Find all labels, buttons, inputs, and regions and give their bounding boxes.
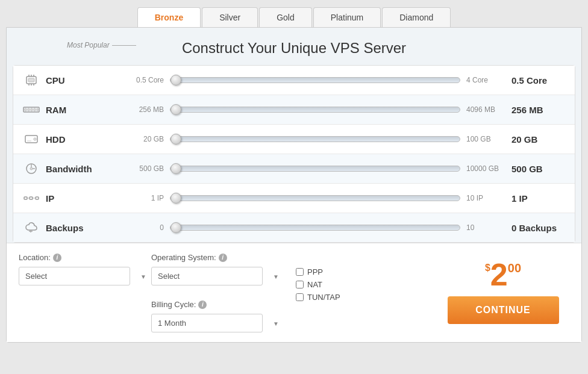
- bandwidth-slider-wrapper: [170, 163, 460, 175]
- backups-slider[interactable]: [170, 225, 460, 231]
- most-popular-label: Most Popular: [67, 41, 136, 49]
- hdd-slider-wrapper: [170, 133, 460, 145]
- location-label: Location: i: [19, 253, 151, 262]
- cpu-min-label: 0.5 Core: [131, 76, 164, 84]
- cpu-label-col: CPU: [13, 74, 125, 86]
- ram-value: 256 MB: [511, 105, 575, 115]
- checkbox-group: PPP NAT TUN/TAP: [296, 253, 437, 302]
- backups-label: Backups: [46, 223, 84, 233]
- hdd-label-col: HDD: [13, 133, 125, 145]
- ram-min-label: 256 MB: [131, 105, 164, 114]
- hdd-track-col: 20 GB 100 GB: [125, 133, 511, 145]
- price-main: 2: [490, 259, 508, 290]
- ip-track-col: 1 IP 10 IP: [125, 192, 511, 204]
- ram-label-col: RAM: [13, 104, 125, 116]
- checkbox-nat-input[interactable]: [296, 281, 304, 288]
- bandwidth-min-label: 500 GB: [131, 164, 164, 173]
- svg-rect-9: [25, 108, 27, 111]
- ram-slider[interactable]: [170, 107, 460, 113]
- ip-max-label: 10 IP: [466, 194, 505, 202]
- svg-point-19: [30, 167, 33, 170]
- os-select-wrapper: Select ▼: [151, 267, 284, 285]
- ip-slider-wrapper: [170, 192, 460, 204]
- hdd-value: 20 GB: [511, 134, 575, 145]
- ram-track-col: 256 MB 4096 MB: [125, 104, 511, 116]
- checkbox-tuntap[interactable]: TUN/TAP: [296, 293, 437, 302]
- cpu-label: CPU: [46, 75, 65, 86]
- location-select-wrapper: Select ▼: [19, 267, 151, 285]
- os-select-arrow: ▼: [273, 273, 279, 279]
- ip-min-label: 1 IP: [131, 194, 164, 202]
- svg-point-16: [35, 139, 36, 140]
- billing-select-wrapper: 1 Month 3 Months 6 Months 12 Months ▼: [151, 314, 284, 332]
- backups-max-label: 10: [466, 223, 505, 232]
- os-label: Operating System: i: [151, 253, 284, 262]
- bandwidth-icon: [23, 163, 40, 175]
- svg-rect-22: [36, 197, 39, 199]
- panel-header: Most Popular Construct Your Unique VPS S…: [7, 28, 581, 65]
- checkboxes-col: PPP NAT TUN/TAP: [284, 253, 437, 302]
- ip-label: IP: [46, 193, 54, 204]
- svg-rect-14: [25, 136, 37, 143]
- tab-bronze[interactable]: Bronze: [137, 7, 201, 27]
- location-select[interactable]: Select: [19, 267, 130, 285]
- backups-icon: [23, 222, 40, 234]
- hdd-max-label: 100 GB: [466, 135, 505, 143]
- hdd-row: HDD 20 GB 100 GB 20 GB: [13, 125, 575, 154]
- hdd-min-label: 20 GB: [131, 135, 164, 143]
- backups-min-label: 0: [131, 223, 164, 232]
- cpu-slider-wrapper: [170, 74, 460, 86]
- svg-rect-11: [31, 108, 33, 111]
- tab-gold[interactable]: Gold: [259, 7, 312, 27]
- ip-icon: [23, 192, 40, 204]
- checkbox-tuntap-label: TUN/TAP: [307, 293, 340, 302]
- ip-row: IP 1 IP 10 IP 1 IP: [13, 184, 575, 213]
- bottom-section: Location: i Select ▼ Operating System: i…: [7, 243, 581, 342]
- ip-slider[interactable]: [170, 195, 460, 201]
- svg-rect-1: [28, 78, 34, 82]
- os-info-icon[interactable]: i: [219, 254, 227, 262]
- backups-row: Backups 0 10 0 Backups: [13, 213, 575, 242]
- checkbox-ppp[interactable]: PPP: [296, 267, 437, 276]
- backups-track-col: 0 10: [125, 222, 511, 234]
- billing-select[interactable]: 1 Month 3 Months 6 Months 12 Months: [151, 314, 263, 332]
- svg-rect-20: [24, 197, 27, 199]
- hdd-icon: [23, 133, 40, 145]
- bandwidth-track-col: 500 GB 10000 GB: [125, 163, 511, 175]
- tab-silver[interactable]: Silver: [202, 7, 258, 27]
- backups-value: 0 Backups: [511, 223, 575, 233]
- checkbox-ppp-label: PPP: [307, 267, 323, 276]
- cpu-track-col: 0.5 Core 4 Core: [125, 74, 511, 86]
- os-col: Operating System: i Select ▼ Billing Cyc…: [151, 253, 284, 332]
- os-select[interactable]: Select: [151, 267, 263, 285]
- checkbox-ppp-input[interactable]: [296, 268, 304, 276]
- bandwidth-slider[interactable]: [170, 166, 460, 172]
- hdd-label: HDD: [46, 134, 66, 145]
- backups-label-col: Backups: [13, 222, 125, 234]
- sliders-section: CPU 0.5 Core 4 Core 0.5 Core RAM 256 MB: [13, 65, 575, 243]
- billing-label: Billing Cycle: i: [151, 300, 284, 309]
- checkbox-tuntap-input[interactable]: [296, 293, 304, 301]
- svg-rect-12: [34, 108, 36, 111]
- tab-platinum[interactable]: Platinum: [313, 7, 381, 27]
- svg-rect-10: [28, 108, 30, 111]
- location-select-arrow: ▼: [140, 273, 146, 279]
- location-col: Location: i Select ▼: [19, 253, 151, 285]
- continue-button[interactable]: CONTINUE: [448, 296, 559, 324]
- ip-label-col: IP: [13, 192, 125, 204]
- billing-info-icon[interactable]: i: [198, 301, 207, 309]
- bandwidth-value: 500 GB: [511, 164, 575, 174]
- checkbox-nat[interactable]: NAT: [296, 280, 437, 289]
- ip-value: 1 IP: [511, 193, 575, 204]
- ram-slider-wrapper: [170, 104, 460, 116]
- ram-icon: [23, 104, 40, 116]
- ram-row: RAM 256 MB 4096 MB 256 MB: [13, 95, 575, 125]
- hdd-slider[interactable]: [170, 136, 460, 142]
- cpu-slider[interactable]: [170, 77, 460, 83]
- cpu-value: 0.5 Core: [511, 75, 575, 86]
- price-cents: 00: [508, 259, 521, 275]
- price-display: $ 2 00: [485, 253, 521, 290]
- svg-rect-13: [37, 108, 38, 111]
- location-info-icon[interactable]: i: [53, 254, 61, 262]
- tab-diamond[interactable]: Diamond: [382, 7, 451, 27]
